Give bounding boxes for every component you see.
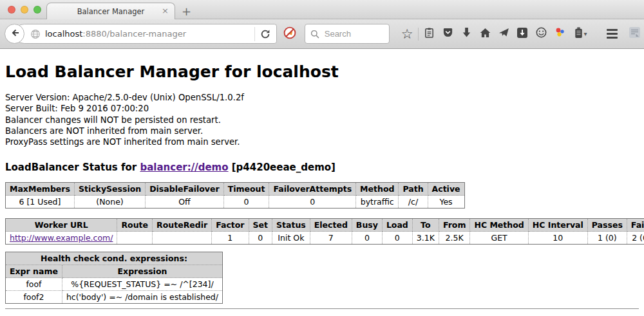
- emoji-extension-button[interactable]: [532, 24, 551, 44]
- col-routeredir: RouteRedir: [153, 219, 212, 232]
- paper-plane-icon: [498, 27, 509, 41]
- cell-worker-url: http://www.example.com/: [6, 232, 117, 245]
- balancer-settings-table: MaxMembers StickySession DisableFailover…: [5, 182, 465, 209]
- cell-timeout: 0: [223, 196, 269, 209]
- col-status: Status: [272, 219, 310, 232]
- col-from: From: [439, 219, 470, 232]
- cell-maxmembers: 6 [1 Used]: [6, 196, 75, 209]
- status-heading-suffix: [p4420eeae_demo]: [229, 162, 336, 173]
- balancer-demo-link[interactable]: balancer://demo: [140, 162, 228, 173]
- col-disablefailover: DisableFailover: [146, 183, 223, 196]
- send-button[interactable]: [495, 24, 513, 44]
- col-factor: Factor: [212, 219, 249, 232]
- noscript-icon: [283, 26, 296, 42]
- page-title: Load Balancer Manager for localhost: [5, 62, 639, 82]
- worker-table-row: http://www.example.com/ 1 0 Init Ok 7 0 …: [6, 232, 644, 245]
- health-table-title: Health check cond. expressions:: [6, 252, 223, 265]
- hamburger-menu-button[interactable]: [603, 24, 621, 44]
- cell-routeredir: [153, 232, 212, 245]
- col-active: Active: [428, 183, 464, 196]
- col-failoverattempts: FailoverAttempts: [269, 183, 356, 196]
- cell-hc-interval: 10: [528, 232, 587, 245]
- cell-from: 2.5K: [439, 232, 470, 245]
- worker-status-table: Worker URL Route RouteRedir Factor Set S…: [5, 218, 644, 245]
- webclipper-extension-button[interactable]: [629, 26, 641, 41]
- col-load: Load: [382, 219, 412, 232]
- title-bar: Balancer Manager × +: [0, 0, 644, 19]
- noscript-extension-button[interactable]: [283, 26, 296, 42]
- cell-route: [117, 232, 153, 245]
- url-separator: [254, 27, 255, 41]
- col-elected: Elected: [310, 219, 352, 232]
- bookmark-star-button[interactable]: ☆: [398, 24, 417, 44]
- tab-title: Balancer Manager: [77, 7, 145, 16]
- search-icon: [310, 30, 319, 39]
- worker-table-header-row: Worker URL Route RouteRedir Factor Set S…: [6, 219, 644, 232]
- col-fails: Fails: [627, 219, 644, 232]
- health-table-title-row: Health check cond. expressions:: [6, 252, 223, 265]
- smiley-icon: [536, 27, 547, 41]
- tab-close-icon[interactable]: ×: [162, 6, 169, 15]
- balancer-table-header-row: MaxMembers StickySession DisableFailover…: [6, 183, 465, 196]
- square-download-icon: [517, 28, 527, 41]
- col-stickysession: StickySession: [74, 183, 145, 196]
- search-input[interactable]: [323, 28, 384, 39]
- battery-icon: [574, 27, 583, 41]
- navigation-toolbar: localhost:8880/balancer-manager ☆: [0, 19, 644, 49]
- bottom-divider: [5, 308, 639, 310]
- window-close-button[interactable]: [8, 6, 15, 14]
- clipboard-button[interactable]: [420, 24, 439, 44]
- gray-page-icon: [629, 26, 641, 41]
- col-passes: Passes: [587, 219, 627, 232]
- cell-busy: 0: [352, 232, 382, 245]
- worker-url-link[interactable]: http://www.example.com/: [10, 233, 113, 243]
- toolbar-separator: [418, 28, 419, 41]
- pocket-button[interactable]: [439, 24, 457, 44]
- home-button[interactable]: [476, 24, 495, 44]
- proxypass-warning-line: ProxyPass settings are NOT inherited fro…: [5, 136, 639, 147]
- new-tab-button[interactable]: +: [182, 5, 191, 18]
- search-bar[interactable]: [305, 24, 390, 44]
- cell-disablefailover: Off: [146, 196, 223, 209]
- server-version-line: Server Version: Apache/2.5.0-dev (Unix) …: [5, 92, 639, 103]
- colors-extension-button[interactable]: [551, 24, 569, 44]
- url-input[interactable]: localhost:8880/balancer-manager: [45, 29, 252, 39]
- star-icon: ☆: [401, 28, 413, 41]
- cell-expression-2: hc('body') =~ /domain is established/: [62, 291, 222, 304]
- cell-factor: 1: [212, 232, 249, 245]
- balancer-table-row: 6 [1 Used] (None) Off 0 0 bytraffic /c/ …: [6, 196, 465, 209]
- page-content: Load Balancer Manager for localhost Serv…: [0, 49, 644, 310]
- home-icon: [480, 28, 491, 41]
- toolbar-button-group: ☆: [398, 24, 593, 44]
- cell-path: /c/: [399, 196, 428, 209]
- downloads-button[interactable]: [457, 24, 476, 44]
- pocket-icon: [442, 27, 453, 41]
- chevron-down-icon[interactable]: ▾: [584, 30, 593, 37]
- reload-button[interactable]: [260, 29, 270, 39]
- col-to: To: [412, 219, 439, 232]
- browser-tab[interactable]: Balancer Manager ×: [46, 3, 175, 19]
- window-zoom-button[interactable]: [33, 6, 41, 14]
- cell-to: 3.1K: [412, 232, 439, 245]
- save-page-button[interactable]: [513, 24, 532, 44]
- col-worker-url: Worker URL: [6, 219, 117, 232]
- download-arrow-icon: [462, 27, 471, 41]
- loadbalancer-status-heading: LoadBalancer Status for balancer://demo …: [5, 162, 639, 174]
- inherit-warning-line: Balancers are NOT inherited from main se…: [5, 125, 639, 136]
- cell-hc-method: GET: [470, 232, 528, 245]
- window-minimize-button[interactable]: [21, 6, 28, 14]
- window-controls: [8, 6, 41, 14]
- menu-icon: [607, 29, 618, 31]
- cell-passes: 1 (0): [587, 232, 627, 245]
- col-method: Method: [356, 183, 399, 196]
- back-button[interactable]: [5, 24, 24, 44]
- cell-active: Yes: [428, 196, 464, 209]
- cell-failoverattempts: 0: [269, 196, 356, 209]
- url-bar[interactable]: localhost:8880/balancer-manager: [14, 24, 277, 44]
- health-table-row-foof: foof %{REQUEST_STATUS} =~ /^[234]/: [6, 278, 223, 291]
- cell-status: Init Ok: [272, 232, 310, 245]
- col-set: Set: [249, 219, 272, 232]
- url-path: :8880/balancer-manager: [82, 29, 186, 39]
- cell-expr-name-1: foof: [6, 278, 62, 291]
- persist-warning-line: Balancer changes will NOT be persisted o…: [5, 115, 639, 125]
